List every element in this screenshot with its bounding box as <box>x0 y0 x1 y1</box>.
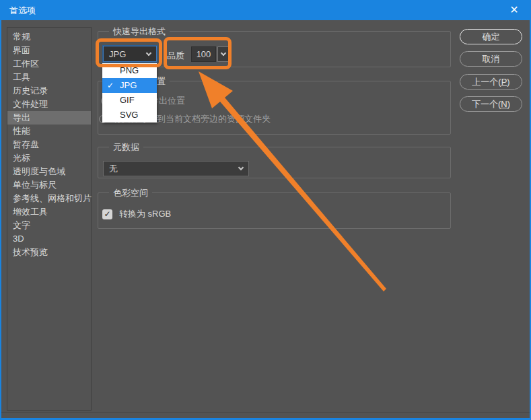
cancel-button[interactable]: 取消 <box>460 51 522 67</box>
group-title-metadata: 元数据 <box>109 141 143 153</box>
group-title-color-space: 色彩空间 <box>109 187 152 199</box>
bottom-divider <box>1 412 530 413</box>
sidebar-item-general[interactable]: 常规 <box>7 30 91 44</box>
format-option-jpg-label: JPG <box>120 80 137 90</box>
format-option-svg[interactable]: SVG <box>102 108 157 123</box>
preferences-category-list: 常规 界面 工作区 工具 历史记录 文件处理 导出 性能 暂存盘 光标 透明度与… <box>7 27 92 411</box>
sidebar-item-technology-previews[interactable]: 技术预览 <box>7 246 91 259</box>
format-option-png[interactable]: PNG <box>102 63 157 78</box>
metadata-select[interactable]: 无 <box>103 161 249 176</box>
format-dropdown-list: PNG ✓ JPG GIF SVG <box>102 63 157 123</box>
close-icon[interactable]: ✕ <box>505 3 523 18</box>
next-label: 下一个( <box>472 99 501 109</box>
sidebar-item-plugins[interactable]: 增效工具 <box>7 205 91 219</box>
chevron-down-icon <box>238 165 244 170</box>
sidebar-item-export[interactable]: 导出 <box>7 111 91 125</box>
sidebar-item-transparency-gamut[interactable]: 透明度与色域 <box>7 165 91 178</box>
titlebar[interactable]: 首选项 ✕ <box>0 0 531 20</box>
sidebar-item-scratch-disks[interactable]: 暂存盘 <box>7 138 91 151</box>
next-button[interactable]: 下一个(N) <box>460 96 522 112</box>
ok-button[interactable]: 确定 <box>460 29 522 44</box>
sidebar-item-units-rulers[interactable]: 单位与标尺 <box>7 178 91 192</box>
metadata-value: 无 <box>109 163 239 175</box>
preferences-dialog: 首选项 ✕ 常规 界面 工作区 工具 历史记录 文件处理 导出 性能 暂存盘 光… <box>0 0 531 420</box>
next-label-close: ) <box>507 99 510 109</box>
prev-button[interactable]: 上一个(P) <box>460 74 522 90</box>
sidebar-item-file-handling[interactable]: 文件处理 <box>7 98 91 111</box>
next-mnemonic: N <box>501 99 507 109</box>
sidebar-item-type[interactable]: 文字 <box>7 219 91 232</box>
convert-to-srgb-label: 转换为 sRGB <box>119 208 171 220</box>
quality-input[interactable]: 100 <box>191 46 216 62</box>
group-title-quick-export-format: 快速导出格式 <box>109 26 170 38</box>
prev-label: 上一个( <box>472 77 501 87</box>
prev-label-close: ) <box>507 77 509 87</box>
window-title: 首选项 <box>9 5 36 17</box>
sidebar-item-tools[interactable]: 工具 <box>7 71 91 84</box>
export-format-select[interactable]: JPG <box>103 46 157 62</box>
sidebar-item-history[interactable]: 历史记录 <box>7 84 91 98</box>
checkbox-checked-icon[interactable]: ✓ <box>102 209 112 219</box>
check-icon: ✓ <box>107 78 114 93</box>
sidebar-item-3d[interactable]: 3D <box>7 232 91 246</box>
sidebar-item-performance[interactable]: 性能 <box>7 125 91 138</box>
format-option-gif[interactable]: GIF <box>102 93 157 108</box>
quality-label: 品质 <box>167 50 184 62</box>
chevron-down-icon <box>220 50 225 56</box>
quality-dropdown-button[interactable] <box>217 46 229 62</box>
export-format-value: JPG <box>109 49 147 59</box>
format-option-jpg[interactable]: ✓ JPG <box>102 78 157 93</box>
convert-to-srgb-row[interactable]: ✓ 转换为 sRGB <box>102 208 171 220</box>
sidebar-item-workspace[interactable]: 工作区 <box>7 57 91 71</box>
sidebar-item-interface[interactable]: 界面 <box>7 44 91 57</box>
chevron-down-icon <box>146 50 151 55</box>
sidebar-item-cursors[interactable]: 光标 <box>7 151 91 165</box>
sidebar-item-guides-grid-slices[interactable]: 参考线、网格和切片 <box>7 192 91 205</box>
